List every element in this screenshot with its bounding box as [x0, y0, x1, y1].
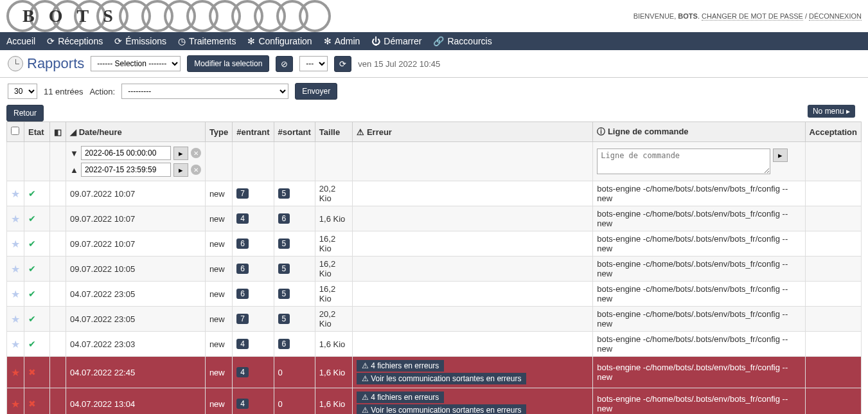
entrant-badge[interactable]: 4	[236, 399, 249, 409]
sortant-badge[interactable]: 5	[278, 188, 290, 199]
reports-table: Etat ◧ ◢ Date/heure Type #entrant #sorta…	[6, 122, 862, 414]
cell-errors	[353, 256, 593, 282]
per-page-select[interactable]: 30	[8, 84, 37, 99]
star-icon[interactable]: ★	[11, 188, 20, 199]
send-button[interactable]: Envoyer	[295, 83, 337, 100]
col-datetime[interactable]: ◢ Date/heure	[66, 122, 206, 142]
cell-errors	[353, 332, 593, 357]
entrant-badge[interactable]: 4	[236, 213, 249, 224]
sortant-badge[interactable]: 5	[278, 314, 290, 324]
cell-entrant: 6	[233, 282, 274, 307]
cell-type: new	[205, 332, 232, 357]
info-icon: ⓘ	[597, 127, 605, 136]
logout-link[interactable]: DÉCONNEXION	[809, 12, 862, 21]
entrant-badge[interactable]: 7	[236, 188, 249, 199]
star-icon[interactable]: ★	[11, 239, 20, 249]
status-ok-icon: ✔	[28, 289, 36, 299]
nav-configuration[interactable]: ✻Configuration	[247, 36, 312, 46]
back-button[interactable]: Retour	[6, 105, 44, 122]
date-from-go-button[interactable]: ▸	[173, 147, 188, 160]
col-commande[interactable]: ⓘ Ligne de commande	[593, 122, 805, 142]
date-to-clear-button[interactable]: ✕	[191, 165, 201, 175]
cell-sortant: 6	[274, 206, 315, 231]
action-select[interactable]: ---------	[121, 84, 288, 99]
sortant-badge[interactable]: 5	[278, 289, 290, 299]
cell-type: new	[205, 357, 232, 388]
table-row: ★✔09.07.2022 10:05new6516,2 Kiobots-engi…	[7, 256, 862, 282]
star-icon[interactable]: ★	[11, 399, 20, 410]
cell-type: new	[205, 256, 232, 282]
nav-treatments[interactable]: ◷Traitements	[178, 36, 236, 46]
star-icon[interactable]: ★	[11, 367, 20, 378]
col-acceptation[interactable]: Acceptation	[805, 122, 861, 142]
entrant-badge[interactable]: 4	[236, 339, 249, 349]
cell-sortant: 5	[274, 181, 315, 206]
col-taille[interactable]: Taille	[315, 122, 352, 142]
cell-sortant: 6	[274, 332, 315, 357]
col-entrant[interactable]: #entrant	[233, 122, 274, 142]
star-icon[interactable]: ★	[11, 339, 20, 350]
no-menu-badge[interactable]: No menu ▸	[808, 105, 855, 118]
error-link[interactable]: ⚠4 fichiers en erreurs	[357, 360, 444, 372]
sortant-badge[interactable]: 6	[278, 213, 290, 224]
change-password-link[interactable]: CHANGER DE MOT DE PASSE	[702, 12, 803, 21]
cell-errors	[353, 206, 593, 231]
secondary-dropdown[interactable]: ---	[299, 56, 328, 71]
modify-selection-button[interactable]: Modifier la selection	[187, 55, 269, 72]
col-sortant[interactable]: #sortant	[274, 122, 315, 142]
cell-type: new	[205, 206, 232, 231]
cancel-icon-button[interactable]: ⊘	[276, 56, 293, 72]
entrant-badge[interactable]: 6	[236, 289, 249, 299]
download-icon: ⟳	[47, 36, 55, 46]
error-link[interactable]: ⚠4 fichiers en erreurs	[357, 392, 444, 403]
star-icon[interactable]: ★	[11, 264, 20, 274]
clock-icon	[8, 56, 23, 71]
nav-receptions[interactable]: ⟳Réceptions	[47, 36, 103, 46]
cell-command: bots-engine -c/home/bots/.bots/env/bots_…	[593, 231, 805, 256]
warning-icon: ⚠	[362, 374, 369, 383]
sortant-badge[interactable]: 6	[278, 339, 290, 349]
cell-errors	[353, 231, 593, 256]
sortant-badge[interactable]: 5	[278, 239, 290, 249]
cell-entrant: 7	[233, 181, 274, 206]
cell-sortant: 0	[274, 388, 315, 415]
nav-start[interactable]: ⏻Démarrer	[371, 36, 421, 46]
error-link[interactable]: ⚠Voir les communication sortantes en err…	[357, 404, 526, 414]
star-icon[interactable]: ★	[11, 289, 20, 300]
command-filter-input[interactable]	[597, 148, 770, 174]
sortant-badge[interactable]: 5	[278, 264, 290, 274]
cell-taille: 1,6 Kio	[315, 388, 352, 415]
navbar: Accueil ⟳Réceptions ⟳Émissions ◷Traiteme…	[0, 32, 868, 50]
refresh-icon-button[interactable]: ⟳	[334, 56, 351, 72]
date-to-input[interactable]	[81, 163, 171, 177]
date-to-go-button[interactable]: ▸	[173, 163, 188, 177]
cell-command: bots-engine -c/home/bots/.bots/env/bots_…	[593, 206, 805, 231]
entrant-badge[interactable]: 7	[236, 314, 249, 324]
page-timestamp: ven 15 Jul 2022 10:45	[358, 59, 440, 69]
logo-text: BOTS	[22, 6, 127, 26]
command-filter-go-button[interactable]: ▸	[773, 148, 788, 162]
selection-dropdown[interactable]: ------ Selection -------	[91, 56, 181, 71]
star-icon[interactable]: ★	[11, 213, 20, 224]
select-all-checkbox[interactable]	[11, 127, 19, 135]
col-etat[interactable]: Etat	[24, 122, 50, 142]
date-from-clear-button[interactable]: ✕	[191, 148, 201, 158]
col-erreur[interactable]: ⚠ Erreur	[353, 122, 593, 142]
status-ok-icon: ✔	[28, 314, 36, 324]
cell-datetime: 04.07.2022 23:05	[66, 282, 206, 307]
star-icon[interactable]: ★	[11, 314, 20, 325]
col-type[interactable]: Type	[205, 122, 232, 142]
entrant-badge[interactable]: 6	[236, 264, 249, 274]
cell-entrant: 4	[233, 357, 274, 388]
nav-emissions[interactable]: ⟳Émissions	[114, 36, 166, 46]
nav-shortcuts[interactable]: 🔗Raccourcis	[433, 36, 492, 46]
nav-home[interactable]: Accueil	[6, 36, 35, 46]
page-header: Rapports ------ Selection ------- Modifi…	[0, 50, 868, 78]
date-from-input[interactable]	[81, 146, 171, 160]
cell-sortant: 0	[274, 357, 315, 388]
entrant-badge[interactable]: 6	[236, 239, 249, 249]
nav-admin[interactable]: ✻Admin	[324, 36, 360, 46]
entrant-badge[interactable]: 4	[236, 367, 249, 377]
error-link[interactable]: ⚠Voir les communication sortantes en err…	[357, 373, 526, 384]
cell-command: bots-engine -c/home/bots/.bots/env/bots_…	[593, 181, 805, 206]
